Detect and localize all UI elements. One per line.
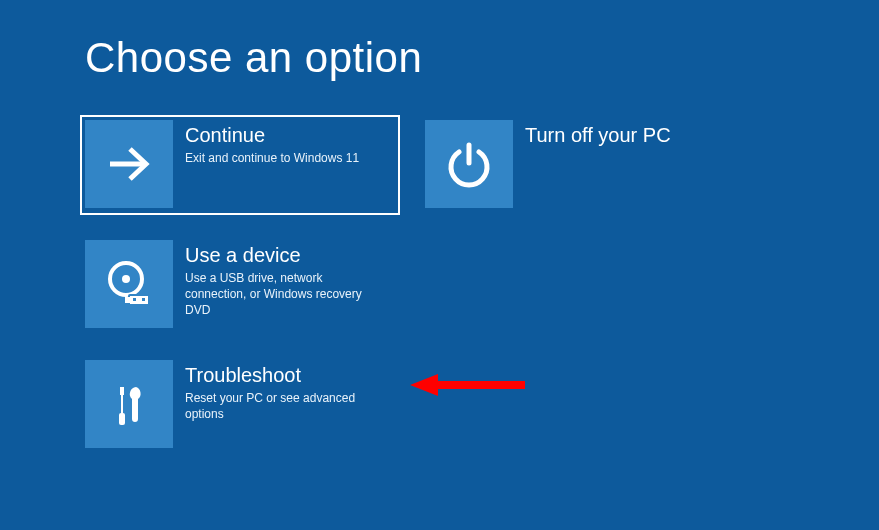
svg-rect-9: [121, 395, 123, 413]
svg-rect-4: [129, 295, 149, 305]
power-icon: [425, 120, 513, 208]
options-grid: Continue Exit and continue to Windows 11…: [80, 115, 840, 475]
page-title: Choose an option: [85, 34, 422, 82]
continue-tile[interactable]: Continue Exit and continue to Windows 11: [80, 115, 400, 215]
use-device-desc: Use a USB drive, network connection, or …: [185, 270, 383, 319]
troubleshoot-title: Troubleshoot: [185, 364, 383, 386]
svg-point-3: [122, 275, 130, 283]
svg-rect-7: [142, 298, 145, 301]
troubleshoot-desc: Reset your PC or see advanced options: [185, 390, 383, 422]
turnoff-tile[interactable]: Turn off your PC: [420, 115, 740, 215]
svg-rect-5: [125, 297, 131, 303]
troubleshoot-tile[interactable]: Troubleshoot Reset your PC or see advanc…: [80, 355, 400, 455]
svg-rect-6: [133, 298, 136, 301]
arrow-right-icon: [85, 120, 173, 208]
tools-icon: [85, 360, 173, 448]
continue-desc: Exit and continue to Windows 11: [185, 150, 359, 166]
use-device-title: Use a device: [185, 244, 383, 266]
continue-title: Continue: [185, 124, 359, 146]
use-device-tile[interactable]: Use a device Use a USB drive, network co…: [80, 235, 400, 335]
svg-rect-8: [120, 387, 124, 395]
turnoff-title: Turn off your PC: [525, 124, 671, 146]
svg-rect-10: [119, 413, 125, 425]
disc-usb-icon: [85, 240, 173, 328]
